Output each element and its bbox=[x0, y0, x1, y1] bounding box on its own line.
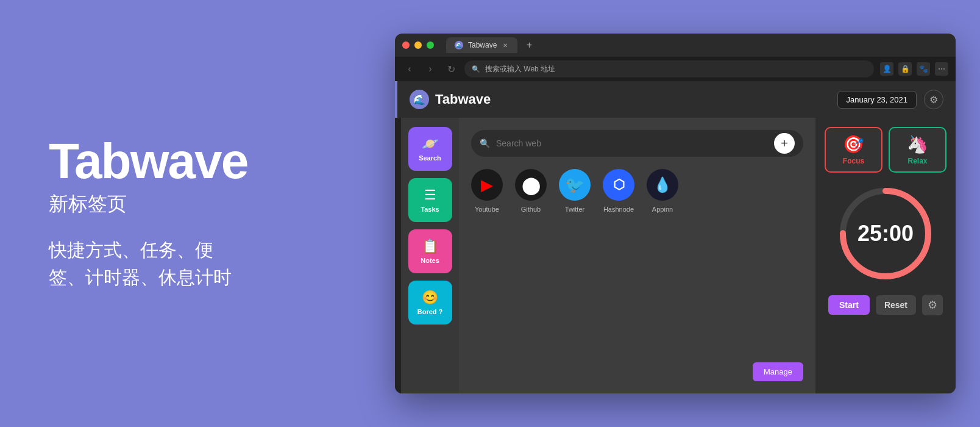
shortcut-appinn[interactable]: 💧 Appinn bbox=[647, 169, 678, 213]
browser-tab[interactable]: 🌊 Tabwave ✕ bbox=[446, 37, 517, 53]
nav-item-notes[interactable]: 📋 Notes bbox=[408, 229, 452, 273]
sidebar-strip bbox=[395, 118, 401, 393]
shortcut-youtube[interactable]: ▶ Youtube bbox=[471, 169, 503, 213]
browser-titlebar: 🌊 Tabwave ✕ + bbox=[395, 34, 956, 57]
address-search-icon: 🔍 bbox=[472, 65, 480, 73]
app-subtitle: 新标签页 bbox=[49, 191, 358, 218]
hashnode-icon: ⬡ bbox=[603, 169, 634, 201]
search-bar-input[interactable] bbox=[496, 138, 768, 148]
tab-title: Tabwave bbox=[468, 41, 497, 49]
relax-icon: 🦄 bbox=[907, 134, 928, 154]
nav-forward-button[interactable]: › bbox=[423, 63, 438, 74]
twitter-label: Twitter bbox=[565, 206, 584, 213]
address-bar-text: 搜索或输入 Web 地址 bbox=[485, 64, 555, 74]
app-logo: 🌊 Tabwave bbox=[410, 90, 837, 109]
tasks-nav-label: Tasks bbox=[421, 206, 439, 213]
app-settings-button[interactable]: ⚙ bbox=[924, 90, 943, 109]
github-label: Github bbox=[521, 206, 541, 213]
appinn-label: Appinn bbox=[652, 206, 673, 213]
app-title-large: Tabwave bbox=[49, 136, 358, 186]
traffic-light-red[interactable] bbox=[402, 41, 410, 49]
tasks-nav-icon: ☰ bbox=[424, 187, 436, 203]
traffic-light-green[interactable] bbox=[427, 41, 434, 49]
nav-item-tasks[interactable]: ☰ Tasks bbox=[408, 178, 452, 222]
app-main: 🪐 Search ☰ Tasks 📋 Notes 😊 Bored ? bbox=[395, 118, 956, 393]
left-panel: Tabwave 新标签页 快捷方式、任务、便签、计时器、休息计时 bbox=[0, 99, 395, 328]
header-right: January 23, 2021 ⚙ bbox=[837, 90, 943, 109]
shortcuts-grid: ▶ Youtube ⬤ Github 🐦 Twitter ⬡ bbox=[471, 169, 803, 213]
nav-item-bored[interactable]: 😊 Bored ? bbox=[408, 281, 452, 325]
relax-label: Relax bbox=[907, 157, 927, 165]
tab-close-icon[interactable]: ✕ bbox=[502, 41, 509, 49]
timer-reset-button[interactable]: Reset bbox=[876, 295, 916, 315]
search-bar[interactable]: 🔍 + bbox=[471, 130, 803, 157]
manage-button[interactable]: Manage bbox=[753, 362, 803, 381]
manage-row: Manage bbox=[471, 362, 803, 381]
nav-item-search[interactable]: 🪐 Search bbox=[408, 127, 452, 171]
search-nav-icon: 🪐 bbox=[422, 136, 438, 152]
browser-toolbar: ‹ › ↻ 🔍 搜索或输入 Web 地址 👤 🔒 🐾 ⋯ bbox=[395, 57, 956, 81]
app-description: 快捷方式、任务、便签、计时器、休息计时 bbox=[49, 236, 358, 291]
date-badge: January 23, 2021 bbox=[837, 91, 917, 109]
toolbar-actions: 👤 🔒 🐾 ⋯ bbox=[880, 62, 948, 76]
search-bar-add-button[interactable]: + bbox=[774, 133, 795, 154]
shortcut-hashnode[interactable]: ⬡ Hashnode bbox=[603, 169, 634, 213]
shortcut-twitter[interactable]: 🐦 Twitter bbox=[559, 169, 591, 213]
focus-icon: 🎯 bbox=[843, 134, 864, 154]
content-area: 🪐 Search ☰ Tasks 📋 Notes 😊 Bored ? bbox=[401, 118, 956, 393]
shortcut-github[interactable]: ⬤ Github bbox=[515, 169, 547, 213]
timer-panel: 🎯 Focus 🦄 Relax bbox=[815, 118, 956, 393]
center-panel: 🔍 + ▶ Youtube ⬤ Github bbox=[459, 118, 815, 393]
logo-text: Tabwave bbox=[435, 92, 491, 107]
nav-back-button[interactable]: ‹ bbox=[402, 63, 417, 74]
mode-buttons: 🎯 Focus 🦄 Relax bbox=[825, 127, 946, 173]
twitter-icon: 🐦 bbox=[559, 169, 591, 201]
focus-label: Focus bbox=[843, 157, 864, 165]
extension-icon-2[interactable]: 🔒 bbox=[898, 62, 912, 76]
logo-icon: 🌊 bbox=[410, 90, 429, 109]
appinn-icon: 💧 bbox=[647, 169, 678, 201]
timer-controls: Start Reset ⚙ bbox=[828, 295, 943, 315]
notes-nav-icon: 📋 bbox=[422, 239, 438, 254]
timer-circle-container: 25:00 bbox=[834, 182, 937, 285]
bored-nav-label: Bored ? bbox=[417, 308, 443, 315]
search-bar-icon: 🔍 bbox=[480, 138, 490, 148]
more-options-icon[interactable]: ⋯ bbox=[935, 62, 948, 76]
youtube-icon: ▶ bbox=[471, 169, 503, 201]
youtube-label: Youtube bbox=[475, 206, 499, 213]
nav-refresh-button[interactable]: ↻ bbox=[444, 63, 458, 75]
traffic-light-yellow[interactable] bbox=[414, 41, 422, 49]
search-nav-label: Search bbox=[419, 154, 441, 162]
left-nav: 🪐 Search ☰ Tasks 📋 Notes 😊 Bored ? bbox=[401, 118, 459, 393]
app-header: 🌊 Tabwave January 23, 2021 ⚙ bbox=[395, 81, 956, 118]
tab-favicon: 🌊 bbox=[455, 41, 463, 49]
timer-start-button[interactable]: Start bbox=[828, 295, 870, 315]
timer-settings-button[interactable]: ⚙ bbox=[922, 295, 943, 315]
timer-display: 25:00 bbox=[857, 221, 914, 246]
relax-mode-button[interactable]: 🦄 Relax bbox=[889, 127, 946, 173]
hashnode-label: Hashnode bbox=[603, 206, 634, 213]
extension-icon-3[interactable]: 🐾 bbox=[917, 62, 930, 76]
focus-mode-button[interactable]: 🎯 Focus bbox=[825, 127, 882, 173]
browser-window: 🌊 Tabwave ✕ + ‹ › ↻ 🔍 搜索或输入 Web 地址 👤 🔒 🐾… bbox=[395, 34, 956, 393]
extension-icon-1[interactable]: 👤 bbox=[880, 62, 893, 76]
github-icon: ⬤ bbox=[515, 169, 547, 201]
bored-nav-icon: 😊 bbox=[422, 290, 438, 306]
address-bar[interactable]: 🔍 搜索或输入 Web 地址 bbox=[464, 60, 874, 77]
notes-nav-label: Notes bbox=[421, 257, 439, 264]
app-content: 🌊 Tabwave January 23, 2021 ⚙ 🪐 Search bbox=[395, 81, 956, 393]
tab-new-button[interactable]: + bbox=[522, 38, 536, 52]
